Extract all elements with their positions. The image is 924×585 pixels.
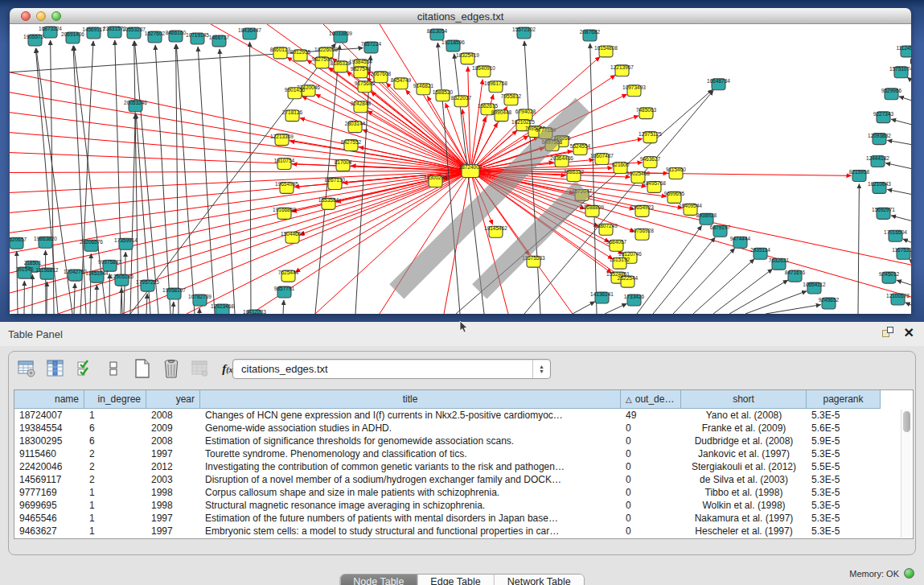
table-cell: Embryonic stem cells: a model to study s… bbox=[200, 525, 621, 538]
tab-edge-table[interactable]: Edge Table bbox=[417, 575, 494, 585]
column-header-short[interactable]: short bbox=[681, 390, 807, 409]
table-cell: Tibbo et al. (1998) bbox=[681, 486, 807, 499]
node-table-header-row: namein_degreeyeartitle△out_de…shortpager… bbox=[14, 390, 881, 409]
table-cell: Nakamura et al. (1997) bbox=[681, 512, 807, 525]
table-cell: 0 bbox=[621, 435, 681, 447]
table-cell: 5.3E-5 bbox=[807, 499, 881, 512]
table-cell: 18724007 bbox=[14, 409, 84, 422]
table-cell: 1 bbox=[84, 525, 146, 538]
memory-status-label: Memory: OK bbox=[849, 569, 899, 579]
dropdown-spinner-icon: ▲▼ bbox=[532, 360, 550, 378]
table-cell: 0 bbox=[621, 486, 681, 499]
column-header-outde[interactable]: △out_de… bbox=[621, 390, 681, 409]
table-row[interactable]: 1938455462009Genome-wide association stu… bbox=[14, 422, 900, 435]
node-table: namein_degreeyeartitle△out_de…shortpager… bbox=[14, 389, 914, 539]
table-cell: Tourette syndrome. Phenomenology and cla… bbox=[200, 447, 621, 460]
table-vertical-scrollbar[interactable] bbox=[901, 410, 912, 538]
table-cell: 2009 bbox=[146, 422, 200, 435]
table-selector-dropdown[interactable]: citations_edges.txt ▲▼ bbox=[232, 359, 551, 379]
table-cell: Yano et al. (2008) bbox=[681, 409, 807, 422]
table-cell: 1997 bbox=[146, 512, 200, 525]
table-cell: Changes of HCN gene expression and I(f) … bbox=[200, 409, 621, 422]
close-icon[interactable]: ✕ bbox=[904, 327, 914, 340]
table-cell: 1 bbox=[84, 409, 146, 422]
table-cell: 49 bbox=[621, 409, 681, 422]
table-row[interactable]: 1872400712008Changes of HCN gene express… bbox=[14, 409, 900, 422]
table-cell: 5.3E-5 bbox=[807, 447, 881, 460]
table-cell: 1 bbox=[84, 499, 146, 512]
table-cell: 2008 bbox=[146, 409, 200, 422]
tab-node-table[interactable]: Node Table bbox=[340, 575, 417, 585]
network-window-titlebar[interactable]: citations_edges.txt bbox=[10, 8, 911, 24]
table-toolbar: f(x) bbox=[15, 356, 240, 381]
table-cell: 1997 bbox=[146, 447, 200, 460]
table-cell: 1998 bbox=[146, 486, 200, 499]
column-header-name[interactable]: name bbox=[14, 390, 84, 409]
table-cell: 2 bbox=[84, 473, 146, 486]
new-table-icon[interactable] bbox=[131, 358, 153, 380]
network-view-window: citations_edges.txt 19055724168733242069… bbox=[10, 8, 911, 314]
table-cell: de Silva et al. (2003) bbox=[681, 473, 807, 486]
table-cell: 6 bbox=[84, 422, 146, 435]
table-cell: 14569117 bbox=[14, 473, 84, 486]
sort-ascending-icon: △ bbox=[626, 395, 632, 404]
network-canvas[interactable]: 1905572416873324206914061456911723831572… bbox=[10, 24, 911, 314]
column-header-pagerank[interactable]: pagerank bbox=[807, 390, 881, 409]
table-row[interactable]: 969969511998Structural magnetic resonanc… bbox=[14, 499, 900, 512]
table-cell: 0 bbox=[621, 499, 681, 512]
table-cell: 1 bbox=[84, 512, 146, 525]
table-cell: Wolkin et al. (1998) bbox=[681, 499, 807, 512]
column-edit-icon[interactable] bbox=[44, 358, 66, 380]
table-panel-groupbox: f(x) citations_edges.txt ▲▼ namein_degre… bbox=[8, 351, 916, 555]
table-cell: 9463627 bbox=[14, 525, 84, 538]
table-row[interactable]: 946362711997Embryonic stem cells: a mode… bbox=[14, 525, 900, 538]
table-cell: 6 bbox=[84, 435, 146, 447]
node-table-body: 1872400712008Changes of HCN gene express… bbox=[14, 409, 900, 538]
float-window-icon[interactable] bbox=[881, 327, 894, 340]
table-row[interactable]: 977716911998Corpus callosum shape and si… bbox=[14, 486, 900, 499]
table-cell: Jankovic et al. (1997) bbox=[681, 447, 807, 460]
table-cell: 5.3E-5 bbox=[807, 512, 881, 525]
table-panel-title: Table Panel bbox=[8, 328, 63, 340]
table-row[interactable]: 1456911722003Disruption of a novel membe… bbox=[14, 473, 900, 486]
table-cell: 5.3E-5 bbox=[807, 409, 881, 422]
mouse-cursor bbox=[459, 321, 469, 334]
table-cell: 0 bbox=[621, 525, 681, 538]
table-row[interactable]: 911546021997Tourette syndrome. Phenomeno… bbox=[14, 447, 900, 460]
select-checkmarks-icon[interactable] bbox=[73, 358, 95, 380]
scrollbar-thumb[interactable] bbox=[903, 411, 910, 432]
table-cell: 18300295 bbox=[14, 435, 84, 447]
table-settings-icon[interactable] bbox=[15, 358, 37, 380]
table-row[interactable]: 946554611997Estimation of the future num… bbox=[14, 512, 900, 525]
table-cell: Structural magnetic resonance image aver… bbox=[200, 499, 621, 512]
table-cell: 2008 bbox=[146, 435, 200, 447]
table-row[interactable]: 2242004622012Investigating the contribut… bbox=[14, 460, 900, 473]
memory-status-icon[interactable] bbox=[904, 568, 914, 579]
citation-edge bbox=[910, 59, 911, 60]
column-header-indegree[interactable]: in_degree bbox=[84, 390, 146, 409]
table-cell: 1997 bbox=[146, 525, 200, 538]
table-cell: Dudbridge et al. (2008) bbox=[681, 435, 807, 447]
table-cell: 0 bbox=[621, 447, 681, 460]
table-cell: 1998 bbox=[146, 499, 200, 512]
table-row[interactable]: 1830029562008Estimation of significance … bbox=[14, 435, 900, 447]
table-cell: 0 bbox=[621, 460, 681, 473]
table-cell: 5.3E-5 bbox=[807, 473, 881, 486]
table-cell: 1 bbox=[84, 486, 146, 499]
table-cell: 9699695 bbox=[14, 499, 84, 512]
column-header-year[interactable]: year bbox=[146, 390, 200, 409]
delete-table-icon bbox=[189, 358, 211, 380]
table-cell: Genome-wide association studies in ADHD. bbox=[200, 422, 621, 435]
table-cell: Investigating the contribution of common… bbox=[200, 460, 621, 473]
window-resize-grip[interactable] bbox=[10, 24, 910, 312]
table-cell: 5.5E-5 bbox=[807, 460, 881, 473]
table-cell: 2 bbox=[84, 460, 146, 473]
table-cell: Hescheler et al. (1997) bbox=[681, 525, 807, 538]
column-header-title[interactable]: title bbox=[200, 390, 621, 409]
rows-icon[interactable] bbox=[102, 358, 124, 380]
delete-trash-icon[interactable] bbox=[160, 358, 182, 380]
table-selector-value: citations_edges.txt bbox=[241, 363, 328, 375]
window-title: citations_edges.txt bbox=[10, 10, 911, 23]
table-cell: 9465546 bbox=[14, 512, 84, 525]
tab-network-table[interactable]: Network Table bbox=[495, 575, 584, 585]
